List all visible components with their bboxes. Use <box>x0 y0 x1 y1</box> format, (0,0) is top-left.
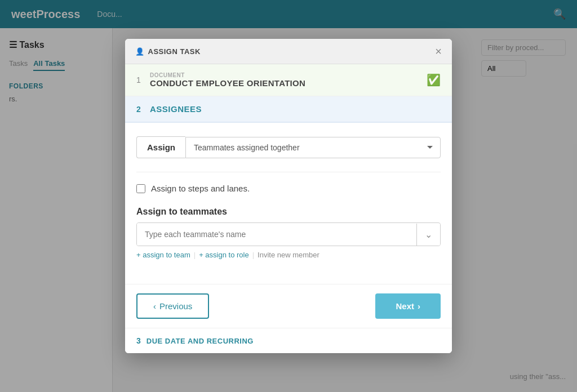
modal-body: Assign Teammates assigned together Assig… <box>125 123 452 284</box>
assign-button[interactable]: Assign <box>136 136 185 158</box>
teammates-title: Assign to teammates <box>136 207 441 217</box>
modal-title-text: ASSIGN TASK <box>148 47 201 56</box>
separator-2: | <box>252 251 254 259</box>
prev-icon: ‹ <box>153 301 156 311</box>
step3-footer: 3 DUE DATE AND RECURRING <box>125 328 452 353</box>
previous-button[interactable]: ‹ Previous <box>136 293 209 319</box>
step1-label: DOCUMENT <box>150 72 427 78</box>
step2-title: ASSIGNEES <box>150 104 441 114</box>
step1-row: 1 DOCUMENT CONDUCT EMPLOYEE ORIENTATION … <box>125 64 452 96</box>
assign-row: Assign Teammates assigned together <box>136 136 441 158</box>
checkbox-label: Assign to steps and lanes. <box>151 184 250 193</box>
modal-title: 👤 ASSIGN TASK <box>135 47 201 56</box>
assign-to-team-button[interactable]: + assign to team <box>136 251 190 259</box>
step2-row: 2 ASSIGNEES <box>125 96 452 123</box>
step3-title: DUE DATE AND RECURRING <box>147 337 254 345</box>
person-icon: 👤 <box>135 47 145 56</box>
step1-content: DOCUMENT CONDUCT EMPLOYEE ORIENTATION <box>150 72 427 88</box>
separator-1: | <box>194 251 196 259</box>
teammates-input[interactable] <box>137 223 416 246</box>
teammates-links: + assign to team | + assign to role | In… <box>136 251 441 259</box>
next-icon: › <box>418 301 420 311</box>
modal-navigation: ‹ Previous Next › <box>125 284 452 328</box>
step1-check-icon: ✅ <box>427 73 441 87</box>
teammates-dropdown-button[interactable]: ⌄ <box>416 224 440 246</box>
next-label: Next <box>396 301 414 311</box>
assignment-type-select[interactable]: Teammates assigned together <box>185 137 441 158</box>
checkbox-row: Assign to steps and lanes. <box>136 184 441 193</box>
teammates-section: Assign to teammates ⌄ + assign to team |… <box>136 207 441 259</box>
step1-title: CONDUCT EMPLOYEE ORIENTATION <box>150 78 427 88</box>
step2-content: ASSIGNEES <box>150 104 441 114</box>
step2-number: 2 <box>136 105 150 114</box>
assign-to-role-button[interactable]: + assign to role <box>199 251 249 259</box>
assign-steps-checkbox[interactable] <box>136 184 145 193</box>
modal-close-button[interactable]: × <box>435 46 442 57</box>
step1-number: 1 <box>136 75 150 84</box>
prev-label: Previous <box>159 301 192 311</box>
step3-number: 3 <box>136 336 141 345</box>
assign-task-modal: 👤 ASSIGN TASK × 1 DOCUMENT CONDUCT EMPLO… <box>125 39 452 353</box>
invite-new-member-button[interactable]: Invite new member <box>258 251 319 259</box>
modal-header: 👤 ASSIGN TASK × <box>125 39 452 64</box>
modal-overlay: 👤 ASSIGN TASK × 1 DOCUMENT CONDUCT EMPLO… <box>0 0 577 392</box>
divider-1 <box>136 172 441 172</box>
next-button[interactable]: Next › <box>375 293 441 319</box>
teammates-input-row: ⌄ <box>136 222 441 246</box>
